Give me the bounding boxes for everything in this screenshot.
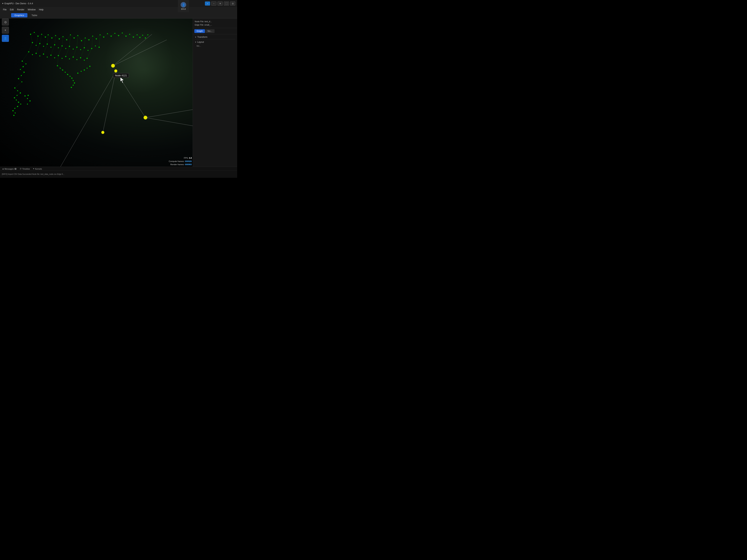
menu-file[interactable]: File [1, 8, 8, 11]
svg-line-195 [62, 70, 65, 72]
window-controls: • − ✕ ⛶ ⊡ [205, 1, 235, 5]
svg-point-116 [89, 66, 91, 67]
menu-edit[interactable]: Edit [8, 8, 15, 11]
svg-line-123 [45, 35, 48, 37]
svg-line-141 [111, 33, 115, 36]
svg-line-184 [15, 96, 17, 98]
panel-tab-node[interactable]: No... [205, 29, 214, 33]
svg-line-180 [15, 82, 22, 88]
tab-table[interactable]: Table [28, 13, 41, 18]
svg-line-137 [96, 35, 100, 39]
menubar: File Edit Render Window Help [0, 7, 237, 12]
svg-line-197 [68, 75, 70, 76]
tool-add[interactable]: + [2, 27, 9, 34]
timeline-icon: ⏱ [20, 168, 22, 170]
svg-line-169 [73, 47, 77, 57]
panel-tab-graph[interactable]: Graph [194, 29, 205, 33]
svg-line-173 [22, 61, 26, 64]
compute-value: 000926 [185, 160, 192, 162]
window-minimize-btn[interactable]: − [211, 1, 216, 5]
svg-line-191 [13, 111, 15, 113]
svg-line-163 [29, 43, 32, 52]
transform-arrow: ▼ [195, 36, 197, 38]
menu-window[interactable]: Window [26, 8, 37, 11]
section-transform[interactable]: ▼ Transform [193, 34, 237, 39]
svg-point-114 [84, 70, 85, 71]
svg-line-158 [70, 35, 70, 46]
svg-point-115 [87, 68, 87, 69]
layout-content: Me... [193, 44, 237, 48]
svg-line-127 [59, 37, 63, 39]
svg-line-147 [133, 35, 137, 37]
svg-line-194 [60, 68, 62, 70]
svg-line-142 [115, 33, 119, 35]
user-tool-icon: 👤 [3, 37, 7, 40]
svg-line-1 [103, 71, 116, 132]
avatar-icon[interactable]: 👤 [181, 2, 186, 7]
svg-line-129 [67, 35, 70, 40]
svg-line-144 [122, 33, 126, 36]
bottom-tab-messages[interactable]: ◄ Messages 1 [2, 167, 17, 170]
svg-line-148 [137, 35, 140, 37]
svg-point-44 [43, 46, 44, 47]
graph-svg [0, 19, 193, 167]
svg-point-112 [77, 73, 78, 74]
svg-line-5 [113, 34, 152, 66]
tool-target[interactable]: ⊙ [2, 19, 9, 26]
svg-point-58 [95, 46, 96, 47]
tab-graphics[interactable]: Graphics [11, 13, 27, 18]
svg-point-56 [87, 50, 88, 51]
node-top [111, 64, 115, 68]
bottom-tabs-row: ◄ Messages 1 ⏱ Timeline ✦ Kernels [0, 167, 237, 170]
svg-line-157 [62, 37, 63, 46]
svg-line-120 [34, 32, 38, 36]
svg-line-199 [72, 78, 73, 81]
svg-line-138 [100, 35, 104, 37]
svg-line-190 [13, 108, 15, 111]
svg-point-61 [32, 54, 33, 55]
svg-point-99 [27, 98, 28, 99]
svg-line-175 [20, 67, 23, 70]
svg-line-160 [84, 38, 85, 48]
kernels-icon: ✦ [33, 167, 34, 170]
svg-line-146 [130, 34, 133, 37]
cursor-arrow [121, 77, 124, 83]
fps-line: FPS: 4.8 [169, 157, 192, 160]
canvas-area[interactable]: Node 4121 [0, 19, 193, 167]
svg-point-52 [73, 49, 74, 50]
log-row: [INFO] Import CSV Data Succeeded Node fi… [0, 170, 237, 178]
svg-line-181 [15, 88, 18, 91]
menu-help[interactable]: Help [37, 8, 45, 11]
titlebar: ✦ GraphPU - Dev Demo - 0.4.4 • − ✕ ⛶ ⊡ [0, 0, 237, 7]
avatar-label: 通讯录 [181, 8, 186, 10]
svg-point-117 [28, 95, 29, 96]
window-close-btn[interactable]: ✕ [217, 1, 223, 5]
window-dot-btn[interactable]: • [205, 1, 210, 5]
tabsbar: Graphics Table [0, 12, 237, 19]
svg-line-185 [15, 98, 16, 100]
left-toolbar: ⊙ + 👤 [2, 19, 10, 42]
svg-line-135 [89, 36, 93, 40]
svg-point-65 [47, 57, 48, 58]
window-shrink-btn[interactable]: ⊡ [230, 1, 235, 5]
svg-line-154 [40, 34, 42, 44]
selected-edges [58, 34, 193, 167]
section-layout[interactable]: ▼ Layout [193, 39, 237, 44]
node-bottom-mid [101, 131, 104, 134]
bottom-tab-timeline[interactable]: ⏱ Timeline [20, 167, 30, 170]
svg-line-155 [47, 35, 48, 44]
svg-line-192 [57, 56, 58, 66]
render-value: 000993 [185, 163, 192, 165]
bottom-tab-kernels[interactable]: ✦ Kernels [33, 167, 42, 170]
render-line: Render frames: 000993 [169, 163, 192, 166]
menu-render[interactable]: Render [16, 8, 26, 11]
window-expand-btn[interactable]: ⛶ [224, 1, 229, 5]
svg-line-183 [17, 93, 20, 96]
svg-line-150 [143, 35, 146, 38]
svg-line-176 [20, 70, 24, 72]
svg-line-162 [99, 35, 100, 47]
tool-user[interactable]: 👤 [2, 35, 9, 42]
svg-line-126 [56, 35, 59, 39]
bottombar: ◄ Messages 1 ⏱ Timeline ✦ Kernels [INFO]… [0, 167, 237, 178]
svg-point-113 [81, 71, 82, 72]
